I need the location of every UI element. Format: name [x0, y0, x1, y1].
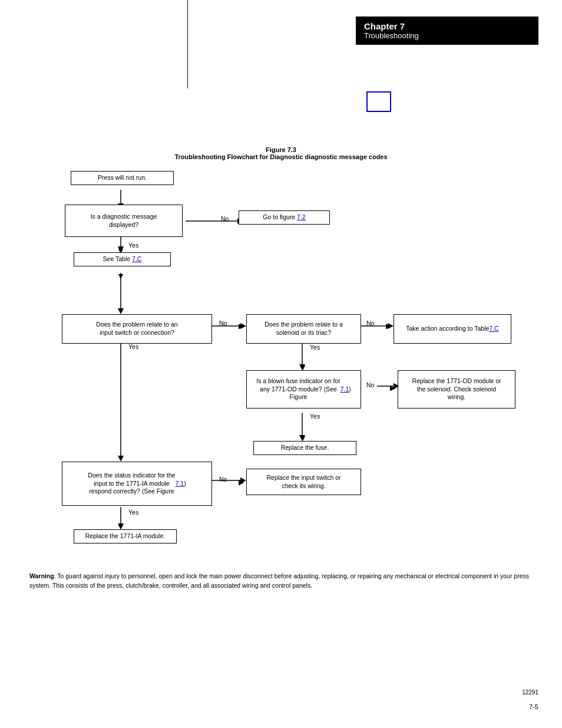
arrow-right-4: ▶ [239, 478, 244, 486]
box-problem-solenoid: Does the problem relate to asolenoid or … [246, 314, 361, 344]
label-no-2: No [219, 319, 227, 327]
chapter-title: Troubleshooting [364, 31, 530, 40]
label-yes-1: Yes [128, 242, 138, 249]
arrow-right-3: ▶ [390, 384, 395, 392]
arrow-down-2: ▼ [117, 271, 125, 281]
box-blown-fuse: Is a blown fuse indicator on forany 1771… [246, 370, 361, 409]
arrow-right-2: ▶ [386, 322, 391, 330]
svg-marker-7 [118, 308, 124, 314]
box-replace-fuse: Replace the fuse. [253, 441, 356, 455]
link-figure-71-1[interactable]: 7.1 [340, 386, 349, 394]
warning-section: Warning: To guard against injury to pers… [29, 572, 538, 591]
figure-title-area: Figure 7.3 Troubleshooting Flowchart for… [174, 146, 387, 160]
box-diagnostic-msg: Is a diagnostic messagedisplayed? [65, 205, 183, 237]
label-yes-5: Yes [128, 509, 138, 516]
page-number: 7-5 [529, 703, 538, 710]
warning-text: : To guard against injury to personnel, … [29, 572, 529, 589]
figure-description: Troubleshooting Flowchart for Diagnostic… [174, 153, 387, 160]
label-no-1: No [221, 215, 229, 222]
label-yes-3: Yes [310, 413, 320, 420]
chapter-box: Chapter 7 Troubleshooting [356, 17, 538, 45]
left-divider-line [187, 0, 188, 88]
link-table-7c-2[interactable]: 7.C [489, 325, 498, 333]
arrow-right-1: ▶ [239, 322, 244, 330]
figure-number: Figure 7.3 [174, 146, 387, 153]
document-number: 12291 [522, 689, 538, 696]
svg-marker-19 [118, 456, 124, 462]
box-go-to-figure: Go to figure 7.2 [239, 210, 330, 225]
label-yes-4: Yes [128, 343, 138, 350]
warning-label: Warning [29, 572, 54, 579]
box-replace-1771od: Replace the 1771-OD module orthe solenoi… [398, 370, 515, 409]
label-no-5: No [219, 476, 227, 483]
box-see-table: See Table 7.C [74, 252, 171, 266]
blue-rect-decoration [366, 91, 391, 112]
box-replace-1771ia: Replace the 1771-IA module. [74, 529, 177, 543]
box-press-not-run: Press will not run. [71, 171, 174, 185]
link-table-7c-1[interactable]: 7.C [132, 255, 141, 262]
header-area: Chapter 7 Troubleshooting [356, 17, 538, 45]
label-no-3: No [366, 319, 374, 327]
box-take-action: Take action according to Table7.C [394, 314, 511, 344]
label-yes-2: Yes [310, 344, 320, 351]
link-figure-71-2[interactable]: 7.1 [176, 480, 184, 488]
box-problem-input: Does the problem relate to aninput switc… [62, 314, 212, 344]
box-replace-input-switch: Replace the input switch orcheck its wir… [246, 469, 361, 495]
box-status-indicator: Does the status indicator for theinput t… [62, 462, 212, 506]
label-no-4: No [366, 381, 374, 388]
chapter-number: Chapter 7 [364, 21, 530, 31]
link-figure-72[interactable]: 7.2 [297, 213, 306, 220]
